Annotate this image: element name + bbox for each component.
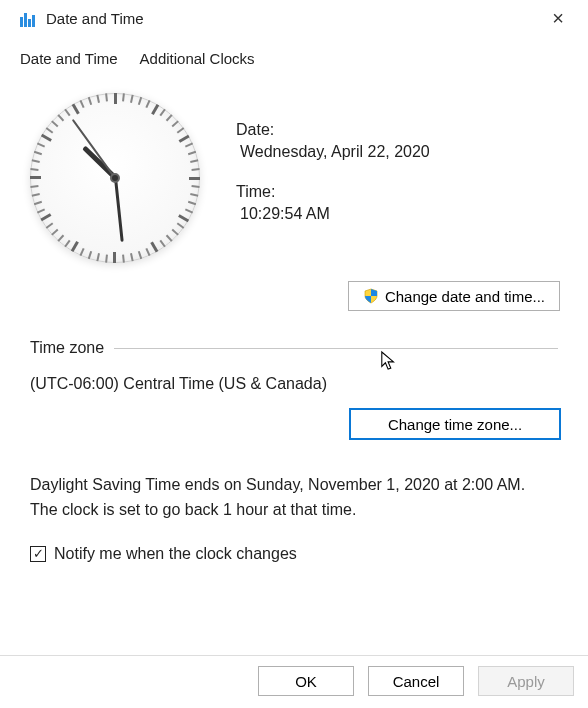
close-icon[interactable]: × (538, 9, 578, 27)
notify-checkbox[interactable]: ✓ (30, 546, 46, 562)
window-title: Date and Time (46, 10, 144, 27)
change-time-zone-button[interactable]: Change time zone... (350, 409, 560, 439)
tab-date-and-time[interactable]: Date and Time (16, 48, 122, 71)
uac-shield-icon (363, 288, 379, 304)
divider (114, 348, 558, 349)
dst-info: Daylight Saving Time ends on Sunday, Nov… (30, 473, 558, 523)
titlebar: Date and Time × (0, 0, 588, 34)
analog-clock (30, 93, 210, 273)
notify-label: Notify me when the clock changes (54, 545, 297, 563)
dst-line1: Daylight Saving Time ends on Sunday, Nov… (30, 473, 558, 498)
timezone-section-label: Time zone (30, 339, 104, 357)
clock-hub (110, 173, 120, 183)
apply-label: Apply (507, 673, 545, 690)
ok-label: OK (295, 673, 317, 690)
cancel-label: Cancel (393, 673, 440, 690)
dialog-footer: OK Cancel Apply (0, 655, 588, 708)
app-icon (20, 9, 38, 27)
date-label: Date: (236, 121, 430, 139)
ok-button[interactable]: OK (258, 666, 354, 696)
time-value: 10:29:54 AM (236, 205, 430, 223)
change-time-zone-label: Change time zone... (388, 416, 522, 433)
clock-second-hand (72, 119, 116, 178)
date-value: Wednesday, April 22, 2020 (236, 143, 430, 161)
tab-bar: Date and Time Additional Clocks (0, 34, 588, 77)
cancel-button[interactable]: Cancel (368, 666, 464, 696)
apply-button: Apply (478, 666, 574, 696)
tab-additional-clocks[interactable]: Additional Clocks (136, 48, 259, 71)
timezone-value: (UTC-06:00) Central Time (US & Canada) (30, 375, 558, 393)
change-date-time-label: Change date and time... (385, 288, 545, 305)
dst-line2: The clock is set to go back 1 hour at th… (30, 498, 558, 523)
change-date-time-button[interactable]: Change date and time... (348, 281, 560, 311)
clock-minute-hand (114, 178, 124, 242)
content-area: Date: Wednesday, April 22, 2020 Time: 10… (0, 77, 588, 563)
timezone-section-header: Time zone (30, 339, 558, 357)
time-label: Time: (236, 183, 430, 201)
